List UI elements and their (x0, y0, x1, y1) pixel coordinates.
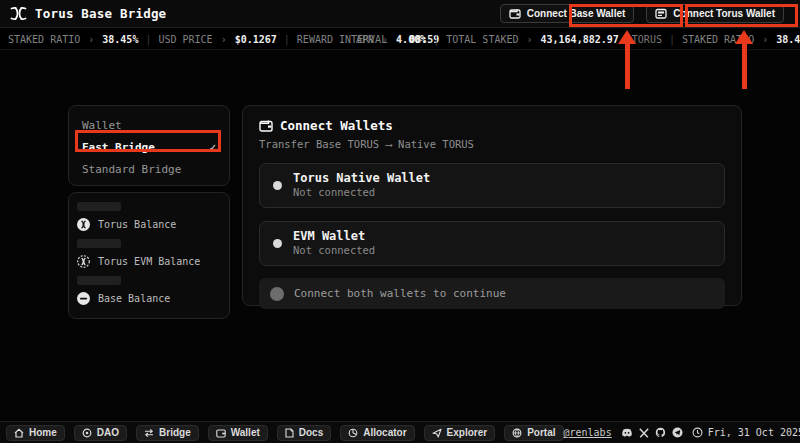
arrow-shaft (625, 44, 630, 89)
wallet-name: Torus Native Wallet (293, 171, 430, 186)
wallet-status: Not connected (293, 186, 430, 200)
renlabs-link[interactable]: @renlabs (564, 427, 612, 438)
nav-item-label: Wallet (82, 119, 122, 132)
wallet-card-icon (655, 8, 667, 19)
balance-group: Torus Balance (77, 202, 221, 232)
arrow-shaft (742, 44, 747, 89)
balance-row: Torus EVM Balance (77, 254, 221, 269)
connect-torus-wallet-label: Connect Torus Wallet (673, 8, 775, 19)
ticker-caret: › (761, 34, 769, 45)
ticker-stat-label: USD PRICE (158, 34, 212, 45)
torus-logo-icon (10, 6, 27, 21)
social-links (621, 427, 683, 438)
ticker-caret: › (220, 34, 228, 45)
header-actions: Connect Base Wallet Connect Torus Wallet (500, 4, 790, 23)
nav-item-wallet[interactable]: Wallet (69, 114, 229, 136)
footer-nav-label: Wallet (231, 427, 260, 438)
nav-item-label: Standard Bridge (82, 163, 181, 176)
x-twitter-icon[interactable] (639, 428, 649, 438)
ticker-stat-value: 38.45% (776, 34, 800, 45)
app-title: Torus Base Bridge (35, 6, 166, 21)
balance-label: Torus Balance (98, 219, 176, 230)
torus-native-wallet-card[interactable]: Torus Native Wallet Not connected (259, 163, 725, 208)
status-dot (273, 181, 282, 190)
allocator-pie-icon (348, 428, 358, 438)
wallet-icon (509, 8, 521, 19)
ticker-stat-label: STAKED RATIO (682, 34, 754, 45)
wallet-icon (216, 428, 226, 438)
connect-base-wallet-button[interactable]: Connect Base Wallet (500, 4, 635, 23)
footer-nav-label: Portal (527, 427, 555, 438)
clock-icon (692, 427, 703, 438)
footer-nav-label: Home (29, 427, 57, 438)
balance-group: Base Balance (77, 276, 221, 306)
bottom-bar: Home DAO Bridge Wallet Docs (0, 421, 800, 443)
wallet-name: EVM Wallet (293, 229, 375, 244)
footer-nav-home[interactable]: Home (6, 425, 65, 441)
nav-item-label: Fast Bridge (82, 141, 155, 154)
evm-wallet-card[interactable]: EVM Wallet Not connected (259, 221, 725, 266)
balances-panel: Torus Balance Torus EVM Balance (68, 192, 230, 319)
wallet-status: Not connected (293, 244, 375, 258)
balance-skeleton (77, 202, 121, 211)
connect-wallets-panel: Connect Wallets Transfer Base TORUS ⟶ Na… (242, 105, 742, 306)
discord-icon[interactable] (621, 428, 633, 438)
torus-evm-coin-icon (77, 255, 90, 268)
bridge-nav-panel: Wallet Fast Bridge ✓ Standard Bridge (68, 105, 230, 186)
footer-nav-label: DAO (97, 427, 119, 438)
ticker-separator: | (433, 34, 439, 45)
balance-skeleton (77, 239, 121, 248)
bridge-arrows-icon (144, 428, 154, 438)
footer-nav-docs[interactable]: Docs (277, 425, 331, 441)
footer-right: @renlabs Fri, 31 Oct 2025, 17:50 (564, 427, 800, 438)
document-icon (285, 428, 294, 438)
ticker-stat-value: 38.45% (102, 34, 138, 45)
ticker-caret: › (87, 34, 95, 45)
balance-label: Base Balance (98, 293, 170, 304)
footer-nav-bridge[interactable]: Bridge (136, 425, 199, 441)
torus-coin-icon (77, 218, 90, 231)
base-coin-icon (77, 292, 90, 305)
github-icon[interactable] (655, 427, 666, 438)
connect-torus-wallet-button[interactable]: Connect Torus Wallet (646, 4, 784, 23)
footer-nav-dao[interactable]: DAO (74, 425, 127, 441)
footer-nav-wallet[interactable]: Wallet (208, 425, 268, 441)
paper-plane-icon (432, 428, 442, 438)
panel-title: Connect Wallets (280, 118, 393, 133)
checkmark-icon: ✓ (209, 141, 216, 154)
balance-label: Torus EVM Balance (98, 256, 200, 267)
footer-nav-label: Docs (299, 427, 323, 438)
wallet-icon (259, 119, 273, 132)
cta-label: Connect both wallets to continue (294, 287, 506, 300)
balance-row: Torus Balance (77, 217, 221, 232)
globe-icon (512, 428, 522, 438)
brand: Torus Base Bridge (10, 6, 166, 21)
telegram-icon[interactable] (672, 427, 683, 438)
footer-nav-allocator[interactable]: Allocator (340, 425, 414, 441)
nav-item-fast-bridge[interactable]: Fast Bridge ✓ (69, 136, 229, 158)
connect-both-wallets-button[interactable]: Connect both wallets to continue (259, 278, 725, 309)
panel-header: Connect Wallets (259, 118, 725, 133)
ticker-stat-value: $0.1267 (235, 34, 277, 45)
ticker-stat-value: 4.00% (396, 34, 426, 45)
ticker-stat-label: STAKED RATIO (8, 34, 80, 45)
footer-nav: Home DAO Bridge Wallet Docs (6, 425, 564, 441)
home-icon (14, 428, 24, 438)
ticker-separator: | (669, 34, 675, 45)
ticker-caret: › (525, 34, 533, 45)
footer-nav-portal[interactable]: Portal (504, 425, 563, 441)
ticker-stat-label: APR (356, 34, 374, 45)
nav-item-standard-bridge[interactable]: Standard Bridge (69, 158, 229, 180)
ticker-group-2: APR›4.00% | TOTAL STAKED›43,164,882.97$T… (356, 29, 800, 50)
ticker-separator: | (284, 34, 290, 45)
footer-nav-label: Bridge (159, 427, 191, 438)
disabled-status-dot (270, 287, 284, 301)
datetime-text: Fri, 31 Oct 2025, 17:50 (708, 427, 800, 438)
balance-skeleton (77, 276, 121, 285)
balance-group: Torus EVM Balance (77, 239, 221, 269)
panel-subtitle: Transfer Base TORUS ⟶ Native TORUS (259, 138, 725, 150)
ticker-caret: › (381, 34, 389, 45)
ticker-stat-value: 43,164,882.97 (541, 34, 619, 45)
connect-base-wallet-label: Connect Base Wallet (527, 8, 626, 19)
footer-nav-explorer[interactable]: Explorer (424, 425, 496, 441)
